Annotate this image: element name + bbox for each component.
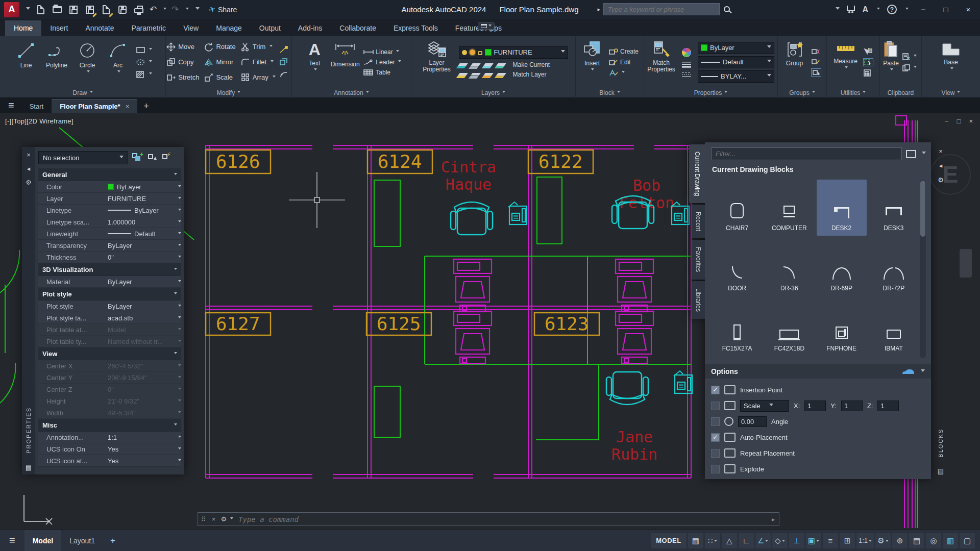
doc-restore-icon[interactable]: □ <box>957 117 961 125</box>
utilities-panel-footer[interactable]: Utilities <box>827 87 879 98</box>
help-search-input[interactable] <box>603 3 720 15</box>
doc-minimize-icon[interactable]: − <box>945 117 949 125</box>
linetype-dropdown[interactable]: BYLAY... <box>698 70 774 83</box>
chair-block[interactable] <box>451 202 493 235</box>
ortho-mode-icon[interactable]: ∟ <box>739 533 754 548</box>
block-tile[interactable]: DR-69P <box>817 240 867 296</box>
property-row[interactable]: Lineweight Default <box>38 228 181 240</box>
table-button[interactable]: Table <box>363 69 401 76</box>
color-wheel-icon[interactable] <box>681 47 692 58</box>
group-edit-button[interactable] <box>811 58 821 65</box>
explode-checkbox[interactable] <box>711 465 720 473</box>
computer-block[interactable] <box>454 311 492 364</box>
computer-block[interactable] <box>454 259 492 312</box>
ribbon-display-toggle[interactable] <box>478 22 495 30</box>
annotation-monitor-icon[interactable]: ⊕ <box>892 533 908 548</box>
layout-menu-icon[interactable]: ≡ <box>0 535 24 546</box>
options-header[interactable]: Options <box>705 364 931 379</box>
scale-y-input[interactable] <box>841 400 863 411</box>
lineweight-icon[interactable]: ≡ <box>823 533 838 548</box>
options-collapse-caret-icon[interactable] <box>921 369 925 374</box>
explode-option[interactable]: Explode <box>711 463 926 475</box>
auto-placement-checkbox[interactable]: ✓ <box>711 433 720 442</box>
blocks-filter-input[interactable] <box>711 147 902 160</box>
ribbon-tab[interactable]: Insert <box>41 20 77 36</box>
ribbon-tab[interactable]: Collaborate <box>331 20 385 36</box>
search-icon[interactable] <box>724 6 730 12</box>
search-expand-icon[interactable]: ▸ <box>597 6 600 13</box>
scale-button[interactable]: Scale <box>204 73 235 82</box>
copy-clip-button[interactable] <box>902 64 917 71</box>
layer-dropdown[interactable]: FURNITURE <box>459 46 568 59</box>
open-file-icon[interactable] <box>52 5 63 15</box>
blocks-scrollbar-thumb[interactable] <box>920 181 925 237</box>
rotate-button[interactable]: Rotate <box>204 42 235 52</box>
property-row[interactable]: UCS icon at... Yes <box>38 455 181 467</box>
property-row[interactable]: Linetype ByLayer <box>38 205 181 216</box>
clean-screen-icon[interactable]: ▢ <box>960 533 975 548</box>
command-line-close-icon[interactable]: × <box>209 515 219 523</box>
export-icon[interactable] <box>117 5 128 15</box>
plot-icon[interactable] <box>101 5 112 15</box>
selection-cycling-icon[interactable]: ⊞ <box>840 533 855 548</box>
app-menu-caret-icon[interactable] <box>26 7 30 12</box>
insert-block-button[interactable]: Insert <box>579 38 605 87</box>
block-tile[interactable]: DOOR <box>712 240 762 296</box>
qat-customize-caret-icon[interactable] <box>195 7 200 12</box>
layer-thaw-all-icon[interactable] <box>471 73 481 76</box>
save-icon[interactable] <box>68 5 79 15</box>
command-line-customize-icon[interactable]: ⚙ <box>218 515 229 523</box>
ribbon-tab[interactable]: Add-ins <box>289 20 331 36</box>
property-row[interactable]: Plot table ty... Named without tr... <box>38 336 181 347</box>
property-row[interactable]: View <box>38 347 181 360</box>
blocks-autohide-icon[interactable]: ◂ <box>939 162 943 169</box>
layer-unisolate-icon[interactable] <box>458 73 468 76</box>
property-row[interactable]: Plot style ta... acad.stb <box>38 312 181 324</box>
scale-dropdown[interactable]: Scale <box>740 400 789 412</box>
select-objects-icon[interactable]: ▴ <box>146 153 157 162</box>
ribbon-tab[interactable]: View <box>175 20 207 36</box>
edit-block-button[interactable]: Edit <box>608 59 639 66</box>
blocks-rail-panel-icon[interactable]: ▤ <box>938 467 944 475</box>
ellipse-button[interactable] <box>136 58 152 66</box>
linear-dimension-button[interactable]: Linear <box>363 48 401 56</box>
base-button[interactable]: Base <box>937 38 965 87</box>
block-tile[interactable]: CHAIR7 <box>712 180 762 236</box>
blocks-palette-tab[interactable]: Recent <box>692 205 705 238</box>
group-button[interactable]: Group <box>781 38 808 87</box>
base-caret-icon[interactable] <box>950 67 953 71</box>
dimension-button[interactable]: Dimension <box>330 38 360 87</box>
layer-off-icon[interactable] <box>458 63 468 66</box>
rotation-input[interactable] <box>738 416 767 427</box>
ribbon-tab[interactable]: Express Tools <box>385 20 447 36</box>
ribbon-tab[interactable]: Parametric <box>122 20 175 36</box>
start-tab[interactable]: Start <box>21 99 52 113</box>
rectangle-button[interactable] <box>136 46 152 54</box>
blocks-palette-tab[interactable]: Libraries <box>692 281 705 319</box>
block-tile[interactable]: DR-36 <box>764 240 814 296</box>
copy-button[interactable]: Copy <box>166 58 199 67</box>
auto-placement-option[interactable]: ✓ Auto-Placement <box>711 431 926 443</box>
computer-block[interactable] <box>616 259 653 312</box>
object-snap-icon[interactable]: ▣ <box>806 533 821 548</box>
linear-caret-icon[interactable] <box>396 50 399 54</box>
model-space-badge[interactable]: MODEL <box>651 533 686 548</box>
block-tile[interactable]: FC15X27A <box>712 300 762 356</box>
stretch-button[interactable]: Stretch <box>166 73 199 82</box>
quick-select-icon[interactable]: ⚡ <box>161 153 171 162</box>
match-properties-button[interactable]: Match Properties <box>647 38 675 87</box>
fillet-caret-icon[interactable] <box>271 60 274 64</box>
scale-z-input[interactable] <box>877 400 899 411</box>
property-row[interactable]: Material ByLayer <box>38 276 181 288</box>
create-block-button[interactable]: Create <box>608 48 639 55</box>
hatch-caret-icon[interactable] <box>149 72 152 76</box>
properties-rail-panel-icon[interactable]: ▤ <box>26 464 32 471</box>
command-recent-icon[interactable]: ▸ <box>768 516 779 523</box>
navigation-bar[interactable] <box>960 249 972 278</box>
repeat-placement-checkbox[interactable] <box>711 449 720 458</box>
scale-checkbox[interactable] <box>711 402 720 410</box>
quick-select-button[interactable] <box>863 48 873 55</box>
insert-caret-icon[interactable] <box>591 68 594 72</box>
layer-walk-icon[interactable] <box>496 73 506 76</box>
circle-caret-icon[interactable] <box>87 70 90 74</box>
